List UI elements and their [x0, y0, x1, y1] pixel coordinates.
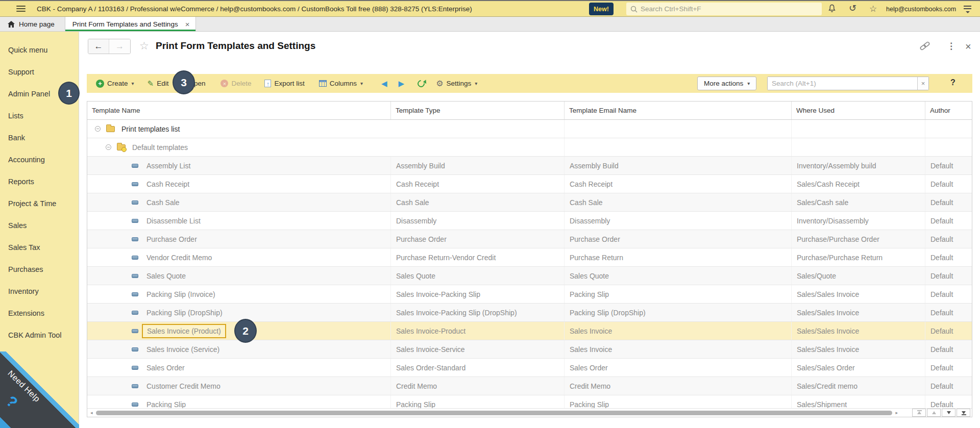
scroll-left-icon[interactable]: ◂: [90, 411, 93, 415]
global-search[interactable]: [626, 3, 822, 15]
scroll-right-icon[interactable]: ▸: [896, 411, 898, 415]
clear-search-icon[interactable]: ×: [917, 77, 928, 90]
table-row[interactable]: Disassemble List Disassembly Disassembly…: [87, 212, 972, 230]
table-row[interactable]: Cash Receipt Cash Receipt Cash Receipt S…: [87, 175, 972, 193]
copy-link-icon[interactable]: [919, 41, 931, 53]
export-list-button[interactable]: ↑ Export list: [264, 80, 304, 87]
col-template-name[interactable]: Template Name: [87, 102, 391, 119]
sidebar-item-quick-menu[interactable]: Quick menu: [0, 39, 79, 61]
sidebar-item-cbk-admin-tool[interactable]: CBK Admin Tool: [0, 324, 79, 346]
template-icon: [132, 402, 138, 407]
sidebar-item-reports[interactable]: Reports: [0, 170, 79, 192]
page-header: ← → ☆ Print Form Templates and Settings …: [79, 37, 980, 59]
sidebar-item-lists[interactable]: Lists: [0, 105, 79, 127]
template-icon: [132, 274, 138, 278]
sidebar-item-inventory[interactable]: Inventory: [0, 280, 79, 302]
help-button[interactable]: ?: [950, 78, 955, 87]
table-row[interactable]: Packing Slip (Invoice) Sales Invoice-Pac…: [87, 285, 972, 304]
forward-button[interactable]: →: [109, 39, 130, 54]
sidebar-item-sales[interactable]: Sales: [0, 214, 79, 236]
main-panel: ← → ☆ Print Form Templates and Settings …: [79, 32, 980, 428]
scroll-to-top-button[interactable]: [912, 409, 926, 417]
settings-button[interactable]: ⚙ Settings ▾: [436, 80, 477, 88]
table-row[interactable]: Assembly List Assembly Build Assembly Bu…: [87, 157, 972, 175]
create-button[interactable]: + Create ▾: [96, 80, 134, 88]
table-row[interactable]: Vendor Credit Memo Purchase Return-Vendo…: [87, 248, 972, 267]
table-row[interactable]: Sales Order Sales Order-Standard Sales O…: [87, 359, 972, 377]
plus-icon: +: [96, 80, 104, 88]
table-row-selected[interactable]: Sales Invoice (Product) Sales Invoice-Pr…: [87, 322, 972, 340]
home-icon: [8, 21, 15, 28]
back-button[interactable]: ←: [88, 39, 109, 54]
table-row[interactable]: Cash Sale Cash Sale Cash Sale Sales/Cash…: [87, 193, 972, 212]
search-icon: [630, 6, 638, 13]
tab-home-page[interactable]: Home page: [0, 17, 65, 31]
caret-down-icon: ▾: [132, 81, 134, 86]
navigate-left-button[interactable]: ◀: [381, 80, 387, 87]
list-search: ×: [767, 77, 929, 90]
list-search-input[interactable]: [768, 77, 917, 90]
sidebar-item-project-time[interactable]: Project & Time: [0, 192, 79, 214]
favorites-star-icon[interactable]: ☆: [869, 4, 877, 14]
delete-button[interactable]: × Delete: [220, 80, 251, 87]
hamburger-menu-icon[interactable]: [16, 6, 26, 12]
template-icon: [132, 384, 138, 388]
company-session-info: CBK - Company A / 1103163 / Professional…: [37, 5, 472, 13]
col-template-type[interactable]: Template Type: [391, 102, 565, 119]
more-menu-kebab-icon[interactable]: ⋮: [947, 41, 955, 52]
user-account-link[interactable]: help@custombooks.com: [886, 6, 956, 13]
collapse-icon[interactable]: [106, 144, 111, 150]
notifications-bell-icon[interactable]: [828, 4, 836, 15]
folder-badged-icon: [117, 144, 126, 150]
table-row[interactable]: Purchase Order Purchase Order Purchase O…: [87, 230, 972, 248]
history-icon[interactable]: ↺: [849, 4, 856, 13]
template-icon: [132, 256, 138, 260]
sidebar-item-extensions[interactable]: Extensions: [0, 302, 79, 324]
toolbar: + Create ▾ ✎ Edit Open × Delete ↑ Export…: [87, 74, 972, 93]
need-help-ribbon[interactable]: Need Help ?: [0, 351, 82, 428]
tab-print-form-templates[interactable]: Print Form Templates and Settings ×: [65, 17, 197, 31]
help-question-icon: ?: [3, 392, 21, 412]
scroll-up-button[interactable]: [927, 409, 941, 417]
table-row[interactable]: Customer Credit Memo Credit Memo Credit …: [87, 377, 972, 395]
col-template-email-name[interactable]: Template Email Name: [565, 102, 792, 119]
service-menu-icon[interactable]: [964, 6, 971, 13]
annotation-step-1: 1: [58, 82, 80, 105]
caret-down-icon: ▾: [475, 81, 477, 86]
favorite-page-star-icon[interactable]: ☆: [139, 40, 149, 52]
columns-button[interactable]: Columns ▾: [319, 80, 363, 87]
refresh-button[interactable]: [418, 80, 425, 87]
sidebar-item-purchases[interactable]: Purchases: [0, 258, 79, 280]
table-row[interactable]: Packing Slip (DropShip) Sales Invoice-Pa…: [87, 304, 972, 322]
horizontal-scrollbar[interactable]: ◂ ▸: [87, 408, 972, 417]
sidebar-item-accounting[interactable]: Accounting: [0, 148, 79, 170]
close-tab-icon[interactable]: ×: [184, 20, 191, 29]
table-header: Template Name Template Type Template Ema…: [87, 102, 972, 120]
global-search-input[interactable]: [641, 5, 809, 13]
annotation-step-3: 3: [173, 70, 195, 94]
col-where-used[interactable]: Where Used: [792, 102, 925, 119]
pencil-icon: ✎: [148, 79, 154, 88]
navigate-right-button[interactable]: ▶: [399, 80, 405, 87]
close-form-icon[interactable]: ×: [965, 41, 971, 53]
scroll-to-bottom-button[interactable]: [957, 409, 970, 417]
table-row[interactable]: Sales Quote Sales Quote Sales Quote Sale…: [87, 267, 972, 285]
scroll-nav-buttons: [911, 409, 970, 417]
template-icon: [132, 164, 138, 168]
more-actions-button[interactable]: More actions ▾: [697, 77, 756, 90]
selected-cell-outline: Sales Invoice (Product): [142, 324, 226, 338]
group-row-default-templates[interactable]: Default templates: [87, 138, 972, 157]
edit-button[interactable]: ✎ Edit: [148, 79, 169, 88]
caret-down-icon: ▾: [360, 81, 363, 86]
scroll-down-button[interactable]: [942, 409, 955, 417]
group-row-print-templates-list[interactable]: Print templates list: [87, 120, 972, 138]
sidebar-item-bank[interactable]: Bank: [0, 127, 79, 148]
sidebar-item-sales-tax[interactable]: Sales Tax: [0, 236, 79, 258]
new-badge[interactable]: New!: [589, 3, 614, 15]
collapse-icon[interactable]: [95, 126, 101, 132]
table-row[interactable]: Sales Invoice (Service) Sales Invoice-Se…: [87, 340, 972, 359]
col-author[interactable]: Author: [925, 102, 972, 119]
scrollbar-thumb[interactable]: [96, 411, 892, 415]
template-icon: [132, 182, 138, 186]
sidebar-item-support[interactable]: Support: [0, 61, 79, 83]
